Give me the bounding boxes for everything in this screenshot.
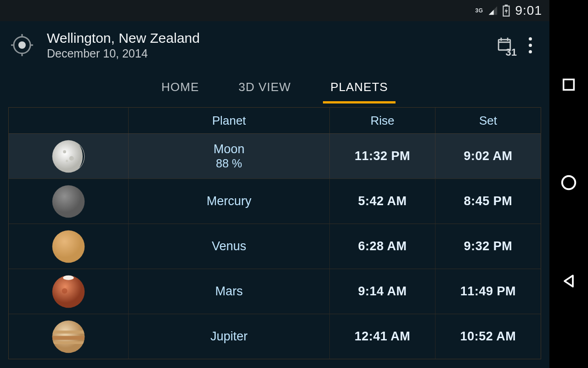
svg-point-18 (52, 275, 85, 308)
location-title: Wellington, New Zealand (47, 30, 488, 46)
table-row[interactable]: Jupiter12:41 AM10:52 AM (9, 314, 541, 359)
locate-button[interactable] (6, 29, 39, 62)
svg-rect-24 (49, 336, 88, 339)
svg-point-13 (63, 150, 66, 153)
title-block: Wellington, New Zealand December 10, 201… (47, 29, 488, 61)
col-rise: Rise (329, 108, 435, 133)
set-time: 8:45 PM (435, 179, 541, 224)
svg-point-20 (62, 288, 68, 293)
col-planet: Planet (128, 108, 329, 133)
status-bar: 3G 9:01 (0, 0, 549, 21)
planet-sublabel: 88 % (216, 157, 242, 170)
tab-planets[interactable]: PLANETS (328, 75, 390, 104)
set-time: 11:49 PM (435, 269, 541, 314)
svg-rect-23 (49, 330, 88, 334)
home-button[interactable] (560, 174, 577, 193)
signal-icon (488, 6, 498, 16)
set-time: 9:02 AM (435, 134, 541, 178)
overflow-menu-button[interactable] (525, 34, 536, 56)
jupiter-icon (9, 314, 128, 359)
svg-point-15 (66, 160, 68, 162)
set-time: 9:32 PM (435, 224, 541, 269)
back-button[interactable] (560, 273, 577, 291)
svg-point-17 (52, 230, 85, 263)
moon-icon (9, 134, 128, 178)
col-icon (9, 108, 128, 133)
planet-name: Mercury (128, 179, 329, 224)
svg-point-12 (52, 140, 85, 172)
planet-name: Venus (128, 224, 329, 269)
rise-time: 5:42 AM (329, 179, 435, 224)
table-row[interactable]: Moon88 %11:32 PM9:02 AM (9, 133, 541, 178)
svg-point-14 (69, 156, 74, 161)
clock-time: 9:01 (515, 3, 543, 18)
network-label: 3G (475, 7, 483, 14)
set-time: 10:52 AM (435, 314, 541, 359)
svg-rect-10 (501, 38, 502, 41)
table-row[interactable]: Mars9:14 AM11:49 PM (9, 269, 541, 314)
svg-point-19 (63, 275, 74, 280)
svg-rect-26 (564, 79, 574, 90)
table-header: Planet Rise Set (9, 108, 541, 133)
system-nav-bar (549, 0, 588, 368)
rise-time: 11:32 PM (329, 134, 435, 178)
planets-table: Planet Rise Set Moon88 %11:32 PM9:02 AM … (8, 107, 541, 359)
calendar-button[interactable]: 31 (497, 36, 512, 54)
table-row[interactable]: Mercury5:42 AM8:45 PM (9, 178, 541, 224)
mercury-icon (9, 179, 128, 224)
date-subtitle: December 10, 2014 (47, 46, 488, 61)
tab-bar: HOME3D VIEWPLANETS (6, 75, 544, 104)
venus-icon (9, 224, 128, 269)
planet-name: Moon88 % (128, 134, 329, 178)
recent-apps-button[interactable] (561, 77, 577, 94)
mars-icon (9, 269, 128, 314)
calendar-day-badge: 31 (506, 46, 517, 58)
rise-time: 6:28 AM (329, 224, 435, 269)
planet-name: Mars (128, 269, 329, 314)
tab-3d-view[interactable]: 3D VIEW (237, 75, 293, 104)
rise-time: 9:14 AM (329, 269, 435, 314)
svg-point-27 (562, 176, 576, 190)
svg-rect-1 (504, 5, 508, 6)
planet-name: Jupiter (128, 314, 329, 359)
app-header: Wellington, New Zealand December 10, 201… (0, 21, 549, 104)
col-set: Set (435, 108, 541, 133)
svg-point-3 (18, 41, 26, 49)
rise-time: 12:41 AM (329, 314, 435, 359)
svg-rect-25 (49, 341, 88, 344)
table-row[interactable]: Venus6:28 AM9:32 PM (9, 224, 541, 269)
battery-charging-icon (503, 5, 510, 17)
tab-home[interactable]: HOME (159, 75, 201, 104)
svg-point-16 (52, 185, 85, 218)
svg-rect-11 (507, 38, 509, 41)
